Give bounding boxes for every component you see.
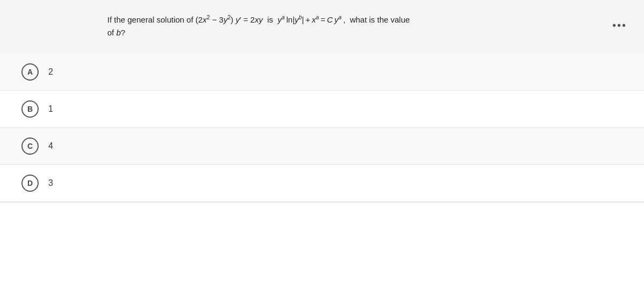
option-row-a[interactable]: A 2	[0, 54, 644, 91]
option-value-c: 4	[48, 141, 53, 151]
option-row-c[interactable]: C 4	[0, 128, 644, 165]
options-section: A 2 B 1 C 4 D 3	[0, 54, 644, 202]
option-circle-d: D	[21, 175, 39, 192]
option-value-b: 1	[48, 104, 53, 114]
more-options-button[interactable]: •••	[608, 17, 631, 34]
option-circle-b: B	[21, 100, 39, 118]
option-value-a: 2	[48, 67, 53, 77]
option-row-b[interactable]: B 1	[0, 91, 644, 128]
question-text: If the general solution of (2x2 − 3y2) y…	[107, 13, 410, 39]
question-section: If the general solution of (2x2 − 3y2) y…	[0, 0, 644, 54]
option-circle-c: C	[21, 137, 39, 155]
bottom-divider	[0, 202, 644, 202]
option-circle-a: A	[21, 63, 39, 81]
option-row-d[interactable]: D 3	[0, 165, 644, 202]
option-value-d: 3	[48, 178, 53, 188]
